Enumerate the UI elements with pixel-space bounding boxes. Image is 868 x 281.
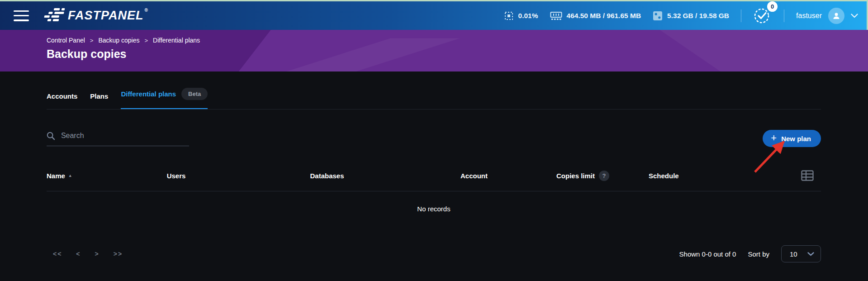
table-columns-settings: [794, 170, 821, 181]
ram-value: 464.50 MB / 961.65 MB: [567, 12, 641, 20]
search-box: [47, 131, 189, 146]
person-icon: [832, 11, 841, 20]
column-header-name[interactable]: Name ▲: [47, 172, 129, 180]
column-header-account[interactable]: Account: [431, 172, 517, 180]
shown-count-text: Shown 0-0 out of 0: [679, 250, 736, 258]
breadcrumb-separator: >: [144, 37, 148, 44]
new-plan-label: New plan: [781, 135, 811, 143]
logo-text: FASTPANEL®: [68, 9, 147, 23]
cpu-icon: [504, 11, 514, 21]
search-icon: [47, 131, 55, 141]
breadcrumb-control-panel[interactable]: Control Panel: [47, 37, 85, 44]
disk-value: 5.32 GB / 19.58 GB: [667, 12, 729, 20]
help-icon[interactable]: ?: [599, 171, 609, 181]
cpu-stat: 0.01%: [504, 11, 538, 21]
next-page-button[interactable]: >: [95, 250, 100, 257]
hamburger-menu-icon[interactable]: [14, 10, 29, 21]
topbar: FASTPANEL® 0.01% 464.50 MB / 961.65 MB: [0, 1, 868, 30]
breadcrumb: Control Panel > Backup copies > Differen…: [47, 37, 868, 44]
beta-badge: Beta: [181, 88, 208, 100]
avatar: [828, 8, 844, 24]
tasks-notifications-button[interactable]: 0: [753, 5, 772, 27]
tab-differential-plans[interactable]: Differential plans Beta: [121, 88, 208, 109]
notifications-count-badge: 0: [767, 1, 778, 12]
page-size-value: 10: [790, 250, 797, 258]
disk-icon: [653, 11, 663, 21]
page-size-dropdown[interactable]: 10: [781, 245, 821, 262]
ram-icon: [550, 11, 562, 20]
divider: [741, 10, 741, 22]
content: Accounts Plans Differential plans Beta +…: [0, 71, 868, 262]
search-input[interactable]: [61, 132, 189, 140]
logo-speedlines-icon: [43, 8, 66, 24]
tabs-bar: Accounts Plans Differential plans Beta: [47, 71, 821, 110]
dropdown-chevron-icon: [807, 252, 814, 256]
column-header-databases[interactable]: Databases: [223, 172, 431, 180]
new-plan-button[interactable]: + New plan: [763, 130, 821, 147]
topbar-right: 0.01% 464.50 MB / 961.65 MB 5.32 GB / 19…: [504, 5, 858, 27]
table-header-row: Name ▲ Users Databases Account Copies li…: [47, 170, 821, 191]
empty-state-text: No records: [47, 191, 821, 224]
breadcrumb-backup-copies[interactable]: Backup copies: [98, 37, 139, 44]
ram-stat: 464.50 MB / 961.65 MB: [550, 11, 641, 20]
tab-accounts[interactable]: Accounts: [47, 92, 77, 109]
toolbar: + New plan: [47, 129, 821, 148]
page-header: Control Panel > Backup copies > Differen…: [0, 30, 868, 71]
prev-page-button[interactable]: <: [76, 250, 81, 257]
last-page-button[interactable]: >>: [114, 250, 123, 257]
plus-icon: +: [771, 133, 777, 143]
registered-mark: ®: [145, 8, 148, 13]
column-header-schedule[interactable]: Schedule: [649, 172, 794, 180]
first-page-button[interactable]: <<: [53, 250, 62, 257]
pager-buttons: << < > >>: [47, 250, 123, 257]
breadcrumb-differential-plans: Differential plans: [153, 37, 200, 44]
column-header-copies-limit[interactable]: Copies limit ?: [517, 171, 649, 181]
user-menu[interactable]: fastuser: [796, 8, 858, 24]
pagination-bar: << < > >> Shown 0-0 out of 0 Sort by 10: [47, 245, 821, 262]
tab-plans[interactable]: Plans: [90, 92, 108, 109]
sort-by-label: Sort by: [748, 250, 769, 258]
column-header-users[interactable]: Users: [129, 172, 223, 180]
pager-right: Shown 0-0 out of 0 Sort by 10: [679, 245, 821, 262]
breadcrumb-separator: >: [90, 37, 94, 44]
table-grid-icon[interactable]: [801, 170, 814, 181]
cpu-value: 0.01%: [518, 12, 538, 20]
disk-stat: 5.32 GB / 19.58 GB: [653, 11, 729, 21]
username: fastuser: [796, 12, 822, 20]
fastpanel-logo[interactable]: FASTPANEL®: [44, 8, 147, 24]
page-title: Backup copies: [47, 48, 868, 61]
chevron-down-icon: [851, 14, 858, 18]
divider: [784, 10, 784, 22]
sort-asc-icon: ▲: [68, 173, 72, 178]
